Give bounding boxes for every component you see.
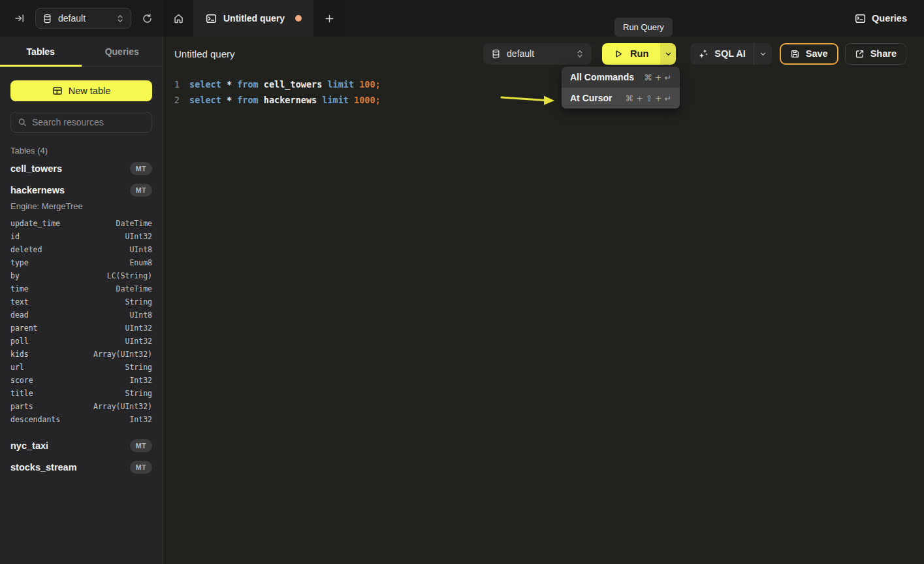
column-row: partsArray(UInt32)	[10, 400, 152, 413]
table-item-nyc_taxi[interactable]: nyc_taxiMT	[10, 435, 152, 456]
column-name: poll	[10, 337, 29, 346]
query-tab-untitled[interactable]: Untitled query	[194, 0, 313, 37]
chevron-down-icon	[665, 50, 672, 58]
column-row: pollUInt32	[10, 335, 152, 348]
sidebar-tab-queries[interactable]: Queries	[82, 37, 163, 66]
column-name: parent	[10, 323, 38, 333]
queries-button-label: Queries	[872, 13, 907, 24]
run-options-button[interactable]	[660, 43, 676, 65]
sidebar: Tables Queries New table Tables (4) cell…	[0, 37, 163, 564]
sql-ai-options-button[interactable]	[754, 43, 772, 65]
table-grid-icon	[52, 86, 63, 96]
engine-badge: MT	[130, 461, 152, 474]
column-row: byLC(String)	[10, 269, 152, 282]
sidebar-body: New table Tables (4) cell_towersMThacker…	[0, 67, 163, 478]
column-name: by	[10, 271, 20, 280]
column-type: DateTime	[116, 219, 152, 228]
menu-item-at-cursor[interactable]: At Cursor⌘ + ⇧ + ↵	[562, 88, 680, 108]
sql-editor[interactable]: 1select * from cell_towers limit 100;2se…	[163, 71, 924, 108]
collapse-sidebar-icon	[14, 13, 25, 24]
column-row: parentUInt32	[10, 322, 152, 335]
column-name: update_time	[10, 219, 60, 228]
column-name: time	[10, 284, 29, 293]
column-name: parts	[10, 402, 33, 411]
engine-badge: MT	[130, 162, 152, 175]
table-item-cell_towers[interactable]: cell_towersMT	[10, 158, 152, 179]
search-box	[10, 112, 152, 133]
home-icon	[173, 13, 184, 24]
code-line: 2select * from hackernews limit 1000;	[163, 92, 924, 108]
column-row: kidsArray(UInt32)	[10, 348, 152, 361]
column-type: Enum8	[129, 258, 152, 267]
column-row: textString	[10, 295, 152, 308]
column-name: dead	[10, 310, 29, 320]
play-icon	[614, 49, 624, 59]
unsaved-dot	[295, 15, 302, 22]
query-title: Untitled query	[174, 48, 235, 59]
save-button[interactable]: Save	[780, 43, 838, 65]
topbar-database-label: default	[58, 13, 86, 24]
run-button[interactable]: Run	[602, 43, 660, 65]
code-text: select * from cell_towers limit 100;	[189, 79, 381, 90]
toolbar-database-selector[interactable]: default	[483, 43, 592, 65]
column-row: descendantsInt32	[10, 413, 152, 426]
sparkles-icon	[698, 48, 709, 59]
toolbar-actions: default Run	[483, 43, 906, 65]
column-type: Int32	[129, 376, 152, 385]
query-toolbar: Untitled query default	[163, 37, 924, 71]
line-number: 1	[163, 79, 180, 90]
run-options-menu: All Commands⌘ + ↵At Cursor⌘ + ⇧ + ↵	[562, 67, 680, 108]
new-table-label: New table	[69, 86, 110, 96]
share-button[interactable]: Share	[845, 43, 906, 65]
search-icon	[18, 118, 27, 127]
topbar: default Untitled query	[0, 0, 924, 37]
save-icon	[790, 49, 800, 59]
refresh-icon	[142, 13, 153, 24]
collapse-sidebar-button[interactable]	[14, 13, 25, 24]
column-row: deletedUInt8	[10, 243, 152, 256]
sidebar-tabs: Tables Queries	[0, 37, 163, 67]
search-input[interactable]	[32, 117, 145, 127]
table-item-hackernews[interactable]: hackernewsMT	[10, 179, 152, 201]
menu-item-label: All Commands	[570, 72, 634, 82]
column-name: url	[10, 363, 24, 372]
refresh-button[interactable]	[142, 13, 153, 24]
line-number: 2	[163, 95, 180, 105]
database-icon	[491, 49, 501, 59]
new-tab-button[interactable]	[313, 0, 345, 37]
topbar-right: Queries	[855, 0, 924, 37]
menu-item-all-commands[interactable]: All Commands⌘ + ↵	[562, 67, 680, 88]
sql-ai-button[interactable]: SQL AI	[690, 48, 754, 59]
run-button-label: Run	[630, 48, 648, 59]
column-type: String	[125, 363, 152, 372]
sql-ai-split-button: SQL AI	[690, 43, 772, 65]
topbar-database-selector[interactable]: default	[35, 8, 131, 29]
engine-badge: MT	[130, 439, 152, 452]
terminal-icon	[855, 13, 866, 24]
table-name: nyc_taxi	[10, 440, 48, 451]
tables-list: cell_towersMThackernewsMTEngine: MergeTr…	[10, 158, 152, 478]
columns-list: update_timeDateTimeidUInt32deletedUInt8t…	[10, 217, 152, 426]
query-tab-label: Untitled query	[223, 13, 285, 24]
column-name: deleted	[10, 245, 42, 254]
run-split-button: Run	[602, 43, 676, 65]
menu-item-label: At Cursor	[570, 93, 613, 103]
topbar-left: default	[0, 0, 163, 37]
column-row: titleString	[10, 387, 152, 400]
home-tab[interactable]	[163, 0, 194, 37]
column-row: urlString	[10, 361, 152, 374]
queries-button[interactable]: Queries	[855, 13, 907, 24]
table-name: hackernews	[10, 185, 65, 195]
save-button-label: Save	[806, 48, 828, 59]
column-type: UInt8	[129, 245, 152, 254]
column-row: timeDateTime	[10, 282, 152, 295]
menu-item-shortcut: ⌘ + ↵	[645, 73, 671, 82]
chevron-down-icon	[759, 50, 767, 58]
database-icon	[42, 14, 52, 24]
tab-strip: Untitled query	[163, 0, 345, 37]
new-table-button[interactable]: New table	[10, 80, 152, 101]
column-type: Array(UInt32)	[93, 350, 152, 359]
table-item-stocks_stream[interactable]: stocks_streamMT	[10, 456, 152, 478]
sidebar-tab-tables[interactable]: Tables	[0, 37, 82, 66]
main-area: Untitled query default	[163, 37, 924, 564]
